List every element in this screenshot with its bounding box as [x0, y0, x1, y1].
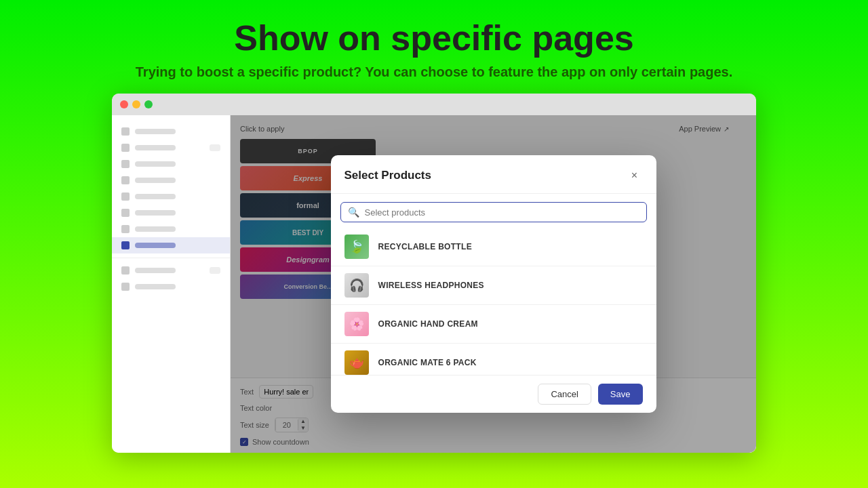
browser-window: Click to apply App Preview ↗ BPOP Expres… — [112, 94, 756, 453]
traffic-light-minimize[interactable] — [132, 100, 140, 108]
config-icon — [121, 266, 130, 274]
product-thumb-mate: 🫖 — [344, 350, 369, 375]
sidebar-label-apps — [135, 243, 176, 248]
traffic-light-close[interactable] — [120, 100, 128, 108]
main-panel: Click to apply App Preview ↗ BPOP Expres… — [231, 115, 756, 453]
sidebar-label-products — [135, 161, 176, 167]
sidebar-label-marketing — [135, 210, 176, 216]
products-icon — [121, 160, 130, 168]
analytics-icon — [121, 192, 130, 201]
modal-close-button[interactable]: × — [627, 167, 643, 184]
discounts-icon — [121, 225, 130, 233]
browser-content: Click to apply App Preview ↗ BPOP Expres… — [112, 115, 756, 453]
product-name-3: ORGANIC MATE 6 PACK — [378, 358, 477, 367]
browser-titlebar — [112, 94, 756, 115]
modal-overlay[interactable]: Select Products × 🔍 🍃 RECYCLABLE BOTTLE — [231, 115, 756, 453]
collections-icon — [121, 176, 130, 184]
sidebar-item-analytics[interactable] — [112, 188, 230, 205]
sidebar-label-pages — [135, 145, 176, 150]
product-item-0[interactable]: 🍃 RECYCLABLE BOTTLE — [331, 228, 656, 266]
sidebar-item-apps[interactable] — [112, 237, 230, 253]
pages-icon — [121, 144, 130, 152]
product-name-0: RECYCLABLE BOTTLE — [378, 242, 472, 251]
sidebar-item-configurations[interactable] — [112, 262, 230, 279]
sidebar-item-pages[interactable] — [112, 140, 230, 156]
search-icon: 🔍 — [348, 207, 359, 218]
modal-title: Select Products — [344, 169, 432, 182]
sidebar-item-discounts[interactable] — [112, 221, 230, 237]
select-products-modal: Select Products × 🔍 🍃 RECYCLABLE BOTTLE — [331, 155, 656, 413]
sidebar-item-collections[interactable] — [112, 172, 230, 188]
product-name-2: ORGANIC HAND CREAM — [378, 319, 478, 329]
save-button[interactable]: Save — [598, 384, 643, 405]
product-thumb-headphones: 🎧 — [344, 273, 369, 298]
product-item-1[interactable]: 🎧 WIRELESS HEADPHONES — [331, 266, 656, 305]
product-item-2[interactable]: 🌸 ORGANIC HAND CREAM — [331, 305, 656, 344]
page-subtitle: Trying to boost a specific product? You … — [136, 64, 733, 80]
sidebar-label-home — [135, 129, 176, 134]
marketing-icon — [121, 209, 130, 217]
page-title: Show on specific pages — [136, 19, 733, 58]
header-section: Show on specific pages Trying to boost a… — [108, 0, 760, 94]
home-icon — [121, 127, 130, 136]
sidebar-item-home[interactable] — [112, 123, 230, 140]
product-thumb-bottle: 🍃 — [344, 235, 369, 259]
product-name-1: WIRELESS HEADPHONES — [378, 281, 484, 290]
product-item-3[interactable]: 🫖 ORGANIC MATE 6 PACK — [331, 344, 656, 375]
product-thumb-cream: 🌸 — [344, 312, 369, 336]
product-list: 🍃 RECYCLABLE BOTTLE 🎧 WIRELESS HEADPHONE… — [331, 225, 656, 375]
store-icon — [121, 283, 130, 291]
sidebar-item-online-store[interactable] — [112, 279, 230, 295]
apps-icon — [121, 241, 130, 249]
sidebar-label-store — [135, 284, 176, 289]
sidebar-item-products[interactable] — [112, 156, 230, 172]
cancel-button[interactable]: Cancel — [538, 384, 591, 405]
modal-header: Select Products × — [331, 155, 656, 194]
search-input[interactable] — [365, 207, 639, 218]
config-badge — [210, 267, 220, 274]
sidebar-divider — [112, 258, 230, 258]
traffic-light-maximize[interactable] — [144, 100, 153, 108]
sidebar-label-config — [135, 268, 176, 273]
search-wrapper: 🔍 — [340, 202, 647, 222]
sidebar-label-collections — [135, 178, 176, 183]
sidebar — [112, 115, 231, 453]
modal-footer: Cancel Save — [331, 375, 656, 413]
pages-badge — [210, 144, 220, 151]
sidebar-label-analytics — [135, 194, 176, 199]
sidebar-label-discounts — [135, 226, 176, 232]
sidebar-item-marketing[interactable] — [112, 205, 230, 221]
